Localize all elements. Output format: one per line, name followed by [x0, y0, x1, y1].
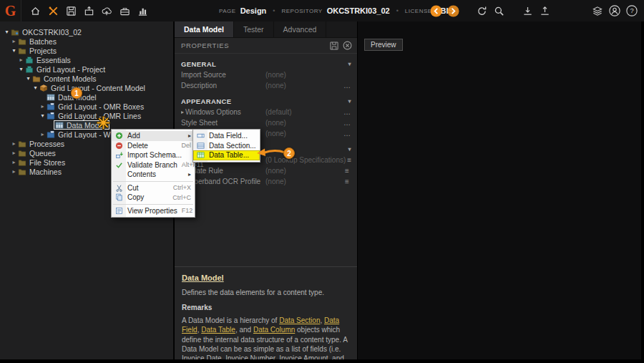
package-upload-icon[interactable]	[82, 4, 95, 17]
expander-icon[interactable]: ▾	[17, 66, 25, 72]
menu-item-add[interactable]: Add ▸	[112, 131, 195, 141]
repository-layers-icon[interactable]	[591, 4, 604, 17]
user-account-icon[interactable]	[608, 4, 621, 17]
tree-item-label: File Stores	[28, 158, 67, 167]
tab-data-model[interactable]: Data Model	[175, 21, 234, 37]
menu-item-data-section[interactable]: Data Section...	[193, 141, 260, 151]
row-menu-button[interactable]: ≡	[341, 178, 353, 185]
save-properties-icon[interactable]	[330, 42, 338, 50]
ellipsis-button[interactable]: …	[341, 82, 353, 89]
expander-icon[interactable]: ▸	[10, 140, 18, 147]
menu-item-import-schema[interactable]: Import Schema...	[112, 150, 195, 160]
import-icon[interactable]	[521, 4, 534, 17]
menu-shortcut: Ctrl+X	[169, 184, 191, 191]
menu-item-data-table[interactable]: Data Table...	[193, 150, 260, 160]
property-value[interactable]: (none)	[265, 82, 341, 89]
expand-property-icon[interactable]: ▸	[181, 109, 184, 115]
tree-item-omr-lines[interactable]: ▾ Grid Layout - OMR Lines	[0, 111, 173, 120]
section-appearance[interactable]: APPEARANCE ▾	[175, 95, 357, 107]
property-label: Style Sheet	[181, 119, 218, 127]
property-value[interactable]: (none)	[265, 167, 341, 175]
expander-icon[interactable]: ▸	[10, 159, 18, 165]
refresh-icon[interactable]	[475, 4, 488, 17]
tree-item-batches[interactable]: ▸ Batches	[0, 37, 173, 46]
copy-icon	[114, 193, 125, 202]
stats-chart-icon[interactable]	[136, 4, 149, 17]
property-value[interactable]: (default)	[265, 108, 341, 116]
expander-icon[interactable]: ▾	[24, 75, 32, 82]
menu-item-copy[interactable]: Copy Ctrl+C	[112, 193, 195, 203]
forward-button-icon[interactable]	[447, 4, 459, 17]
menu-item-validate-branch[interactable]: Validate Branch Alt+F11	[112, 160, 195, 170]
tree-item-grid-layout-project[interactable]: ▾ Grid Layout - Project	[0, 64, 173, 74]
help-title-link[interactable]: Data Model	[182, 274, 350, 282]
menu-item-view-properties[interactable]: View Properties F12	[112, 206, 195, 216]
expander-icon[interactable]: ▸	[10, 38, 18, 44]
tree-item-essentials[interactable]: ▸ Essentials	[0, 55, 173, 64]
ellipsis-button[interactable]: …	[341, 130, 353, 137]
back-button-icon[interactable]	[429, 4, 442, 17]
ellipsis-button[interactable]: …	[341, 108, 353, 116]
expander-icon[interactable]: ▾	[10, 47, 18, 54]
help-link[interactable]: Data Table	[201, 326, 235, 334]
expander-icon[interactable]: ▸	[10, 168, 18, 175]
page-value[interactable]: Design	[240, 6, 267, 15]
expander-icon[interactable]: ▾	[39, 112, 47, 119]
tree-item-projects[interactable]: ▾ Projects	[0, 46, 173, 55]
tree-item-label: Grid Layout - Project	[35, 65, 107, 74]
menu-item-delete[interactable]: Delete Del	[112, 141, 195, 151]
menu-item-cut[interactable]: Cut Ctrl+X	[112, 183, 195, 193]
section-general[interactable]: GENERAL ▾	[175, 58, 357, 69]
preview-tab[interactable]: Preview	[364, 39, 403, 51]
expander-icon[interactable]: ▸	[17, 57, 25, 63]
chevron-down-icon[interactable]: ▾	[348, 61, 351, 67]
section-label: APPEARANCE	[181, 97, 232, 105]
property-value[interactable]: (none)	[265, 130, 341, 137]
property-value[interactable]: (none)	[265, 71, 341, 79]
chevron-down-icon[interactable]: ▾	[348, 146, 351, 153]
tree-item-data-model[interactable]: Data Model	[0, 92, 173, 102]
export-icon[interactable]	[538, 4, 551, 17]
chevron-down-icon[interactable]: ▾	[348, 98, 351, 105]
data-field-icon	[195, 132, 206, 140]
help-remarks-label: Remarks	[182, 304, 350, 311]
property-value[interactable]: (none)	[265, 119, 341, 127]
help-pane: Data Model Defines the data elements for…	[175, 266, 357, 359]
tab-tester[interactable]: Tester	[234, 21, 274, 37]
repository-value[interactable]: OKCSTRKI03_02	[327, 6, 390, 15]
cloud-upload-icon[interactable]	[100, 4, 113, 17]
close-properties-icon[interactable]	[343, 41, 352, 50]
menu-item-data-field[interactable]: Data Field...	[193, 131, 260, 141]
menu-item-label: Data Field...	[206, 132, 256, 140]
help-link[interactable]: Data Section	[279, 316, 320, 324]
grooper-logo[interactable]: G	[0, 0, 21, 21]
content-type-icon	[47, 112, 57, 120]
menu-item-contents[interactable]: Contents ▸	[112, 170, 195, 180]
tab-advanced[interactable]: Advanced	[274, 21, 327, 37]
expander-icon[interactable]: ▸	[10, 150, 18, 156]
property-value[interactable]: (none)	[265, 178, 341, 185]
search-icon[interactable]	[492, 4, 505, 17]
home-icon[interactable]	[29, 4, 42, 17]
tree-item-grid-layout-content-model[interactable]: ▾ Grid Layout - Content Model	[0, 83, 173, 92]
design-tools-icon[interactable]	[47, 4, 59, 17]
menu-item-label: View Properties	[125, 207, 177, 215]
expander-icon[interactable]: ▸	[39, 131, 47, 137]
tree-item-omr-boxes[interactable]: ▸ Grid Layout - OMR Boxes	[0, 102, 173, 111]
tree-item-repository[interactable]: ▾ OKCSTRKI03_02	[0, 27, 173, 37]
toolbox-icon[interactable]	[118, 4, 131, 17]
expander-icon[interactable]: ▾	[3, 29, 11, 35]
expander-icon[interactable]: ▾	[31, 84, 39, 91]
expander-icon[interactable]: ▸	[39, 103, 47, 110]
data-section-icon	[195, 141, 206, 150]
row-menu-button[interactable]: ≡	[341, 167, 353, 175]
properties-header: PROPERTIES	[175, 38, 357, 54]
tree-item-content-models[interactable]: ▾ Content Models	[0, 74, 173, 83]
save-icon[interactable]	[64, 4, 77, 17]
click-indicator-icon	[97, 116, 110, 130]
data-model-icon	[47, 93, 57, 102]
help-link[interactable]: Data Column	[253, 326, 295, 334]
help-icon[interactable]: ?	[625, 4, 638, 17]
row-menu-button[interactable]: ≡	[346, 156, 353, 164]
ellipsis-button[interactable]: …	[341, 119, 353, 127]
